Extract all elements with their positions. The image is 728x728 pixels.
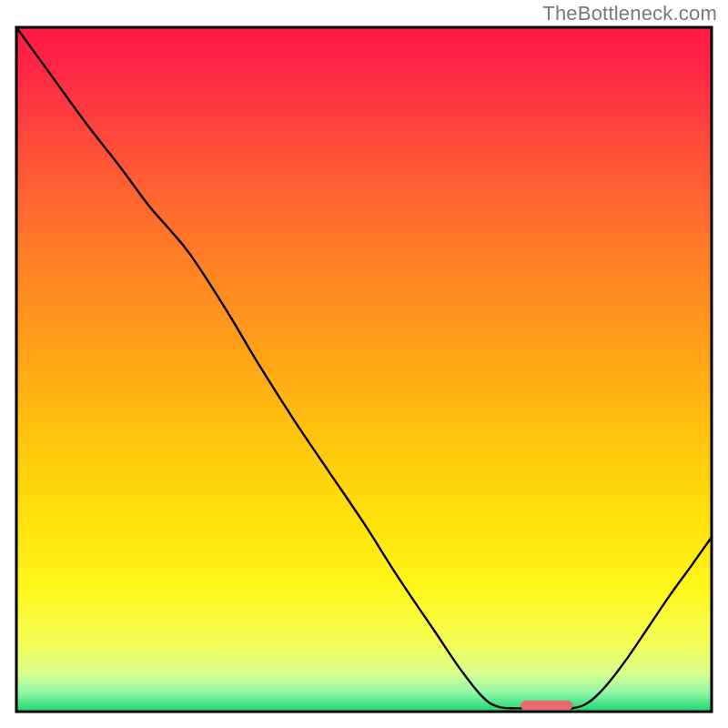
bottleneck-chart xyxy=(0,0,728,728)
chart-container: TheBottleneck.com xyxy=(0,0,728,728)
gradient-background xyxy=(16,27,712,712)
optimal-range-marker xyxy=(521,701,572,711)
watermark-text: TheBottleneck.com xyxy=(542,2,717,25)
